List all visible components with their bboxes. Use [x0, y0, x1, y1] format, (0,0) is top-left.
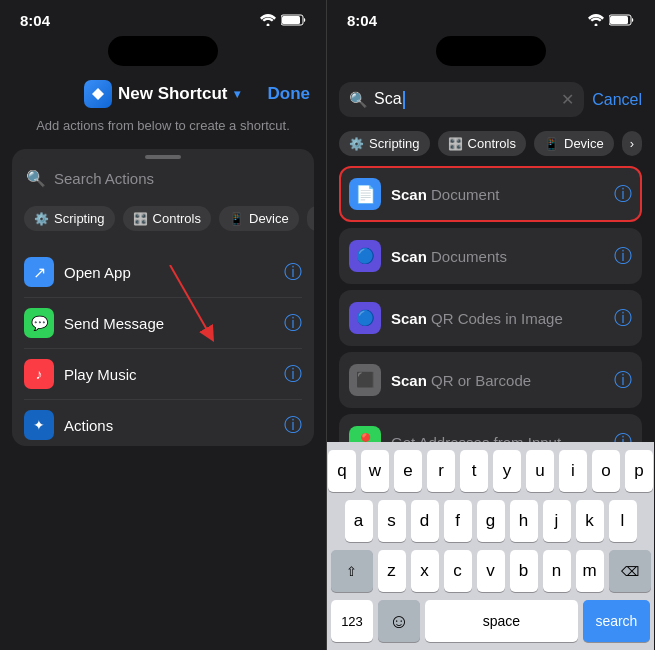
scan-qr-codes-label: Scan QR Codes in Image: [391, 310, 563, 327]
key-w[interactable]: w: [361, 450, 389, 492]
search-actions-panel: 🔍 Search Actions ⚙️ Scripting 🎛️ Control…: [12, 149, 314, 446]
cancel-button[interactable]: Cancel: [592, 91, 642, 109]
send-message-label: Send Message: [64, 315, 164, 332]
key-i[interactable]: i: [559, 450, 587, 492]
result-scan-barcode[interactable]: ⬛ Scan QR or Barcode ⓘ: [339, 352, 642, 408]
info-icon-scan-document[interactable]: ⓘ: [614, 182, 632, 206]
open-app-label: Open App: [64, 264, 131, 281]
tab-controls-right[interactable]: 🎛️ Controls: [438, 131, 526, 156]
key-t[interactable]: t: [460, 450, 488, 492]
device-tab-icon: 📱: [544, 137, 559, 151]
info-icon-send-message[interactable]: ⓘ: [284, 311, 302, 335]
scan-documents-icon: 🔵: [349, 240, 381, 272]
status-icons-left: [260, 14, 306, 26]
action-play-music[interactable]: ♪ Play Music ⓘ: [24, 349, 302, 400]
scan-document-label: Scan Document: [391, 186, 499, 203]
key-p[interactable]: p: [625, 450, 653, 492]
search-input[interactable]: Sca: [374, 90, 555, 109]
key-z[interactable]: z: [378, 550, 406, 592]
subtitle: Add actions from below to create a short…: [0, 118, 326, 149]
key-v[interactable]: v: [477, 550, 505, 592]
action-left-send-message: 💬 Send Message: [24, 308, 164, 338]
key-shift[interactable]: ⇧: [331, 550, 373, 592]
key-q[interactable]: q: [328, 450, 356, 492]
tab-device-right[interactable]: 📱 Device: [534, 131, 614, 156]
info-icon-play-music[interactable]: ⓘ: [284, 362, 302, 386]
key-b[interactable]: b: [510, 550, 538, 592]
key-k[interactable]: k: [576, 500, 604, 542]
tab-more-right[interactable]: ›: [622, 131, 642, 156]
key-o[interactable]: o: [592, 450, 620, 492]
action-actions[interactable]: ✦ Actions ⓘ: [24, 400, 302, 446]
key-m[interactable]: m: [576, 550, 604, 592]
svg-rect-2: [282, 16, 300, 24]
key-s[interactable]: s: [378, 500, 406, 542]
key-space[interactable]: space: [425, 600, 578, 642]
result-left-scan-doc: 📄 Scan Document: [349, 178, 499, 210]
scan-qr-codes-icon: 🔵: [349, 302, 381, 334]
key-c[interactable]: c: [444, 550, 472, 592]
info-icon-open-app[interactable]: ⓘ: [284, 260, 302, 284]
kb-row-3: ⇧ z x c v b n m ⌫: [331, 550, 650, 592]
key-a[interactable]: a: [345, 500, 373, 542]
info-icon-scan-barcode[interactable]: ⓘ: [614, 368, 632, 392]
kb-row-2: a s d f g h j k l: [331, 500, 650, 542]
search-input-box[interactable]: 🔍 Sca ✕: [339, 82, 584, 117]
action-open-app[interactable]: ↗ Open App ⓘ: [24, 247, 302, 298]
result-left-scan-docs: 🔵 Scan Documents: [349, 240, 507, 272]
shortcuts-icon: [90, 86, 106, 102]
tab-scripting-left[interactable]: ⚙️ Scripting: [24, 206, 115, 231]
device-label-right: Device: [564, 136, 604, 151]
info-icon-scan-qr[interactable]: ⓘ: [614, 306, 632, 330]
key-num[interactable]: 123: [331, 600, 373, 642]
key-l[interactable]: l: [609, 500, 637, 542]
result-scan-documents[interactable]: 🔵 Scan Documents ⓘ: [339, 228, 642, 284]
controls-tab-icon: 🎛️: [448, 137, 463, 151]
open-app-icon: ↗: [24, 257, 54, 287]
category-tabs-right: ⚙️ Scripting 🎛️ Controls 📱 Device ›: [327, 125, 654, 166]
key-u[interactable]: u: [526, 450, 554, 492]
scan-barcode-label: Scan QR or Barcode: [391, 372, 531, 389]
tab-device-left[interactable]: 📱 Device: [219, 206, 299, 231]
result-left-scan-qr: 🔵 Scan QR Codes in Image: [349, 302, 563, 334]
key-h[interactable]: h: [510, 500, 538, 542]
key-j[interactable]: j: [543, 500, 571, 542]
search-magnifier-icon: 🔍: [349, 91, 368, 109]
search-actions-bar[interactable]: 🔍 Search Actions: [12, 159, 314, 198]
key-e[interactable]: e: [394, 450, 422, 492]
tab-controls-left[interactable]: 🎛️ Controls: [123, 206, 211, 231]
search-bar-container: 🔍 Sca ✕ Cancel: [327, 74, 654, 125]
tab-scripting-right[interactable]: ⚙️ Scripting: [339, 131, 430, 156]
keyboard: q w e r t y u i o p a s d f g h j k l ⇧ …: [327, 442, 654, 650]
key-f[interactable]: f: [444, 500, 472, 542]
kb-row-bottom: 123 ☺ space search: [331, 600, 650, 642]
done-button[interactable]: Done: [268, 84, 311, 104]
tab-more[interactable]: ›: [307, 206, 314, 231]
result-scan-document[interactable]: 📄 Scan Document ⓘ: [339, 166, 642, 222]
info-icon-actions[interactable]: ⓘ: [284, 413, 302, 437]
status-bar-right: 8:04: [327, 0, 654, 36]
time-left: 8:04: [20, 12, 50, 29]
result-scan-qr-codes[interactable]: 🔵 Scan QR Codes in Image ⓘ: [339, 290, 642, 346]
scan-document-icon: 📄: [349, 178, 381, 210]
clear-button[interactable]: ✕: [561, 90, 574, 109]
key-emoji[interactable]: ☺: [378, 600, 420, 642]
key-search[interactable]: search: [583, 600, 650, 642]
key-y[interactable]: y: [493, 450, 521, 492]
info-icon-scan-documents[interactable]: ⓘ: [614, 244, 632, 268]
scripting-tab-icon: ⚙️: [349, 137, 364, 151]
device-icon: 📱: [229, 212, 244, 226]
key-g[interactable]: g: [477, 500, 505, 542]
controls-label-left: Controls: [153, 211, 201, 226]
scan-documents-label: Scan Documents: [391, 248, 507, 265]
left-phone: 8:04 New Shortcut ▾: [0, 0, 327, 650]
dynamic-island-right: [436, 36, 546, 66]
action-send-message[interactable]: 💬 Send Message ⓘ: [24, 298, 302, 349]
chevron-down-icon[interactable]: ▾: [234, 87, 240, 101]
key-n[interactable]: n: [543, 550, 571, 592]
key-d[interactable]: d: [411, 500, 439, 542]
action-list: ↗ Open App ⓘ 💬 Send Message ⓘ: [12, 239, 314, 446]
key-x[interactable]: x: [411, 550, 439, 592]
key-r[interactable]: r: [427, 450, 455, 492]
key-delete[interactable]: ⌫: [609, 550, 651, 592]
